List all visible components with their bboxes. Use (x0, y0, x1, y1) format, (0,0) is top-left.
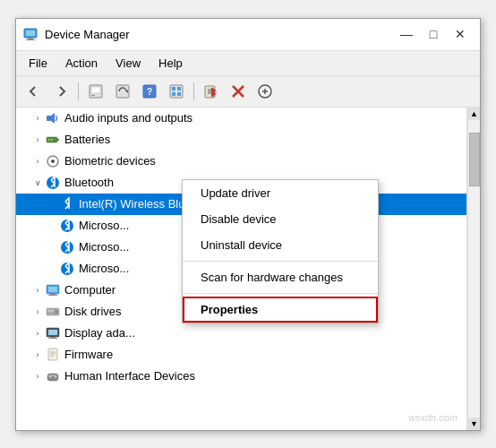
svg-rect-43 (47, 310, 54, 312)
expand-icon: ∨ (30, 178, 45, 187)
hid-label: Human Interface Devices (64, 369, 195, 383)
menu-help[interactable]: Help (150, 53, 192, 73)
computer-label: Computer (64, 283, 115, 297)
ctx-disable-device[interactable]: Disable device (183, 206, 378, 232)
menu-action[interactable]: Action (56, 53, 107, 73)
watermark: wsxdn.com (408, 412, 458, 423)
svg-rect-1 (26, 30, 35, 36)
window-title: Device Manager (45, 28, 394, 41)
svg-point-42 (55, 310, 58, 314)
svg-point-31 (52, 160, 54, 162)
svg-rect-48 (48, 349, 57, 360)
toolbar: ? (16, 76, 480, 108)
bluetooth-icon (45, 175, 61, 191)
ms3-icon (59, 261, 75, 277)
minimize-button[interactable]: — (394, 23, 419, 45)
menu-view[interactable]: View (107, 53, 150, 73)
expand-icon: › (30, 157, 45, 166)
hid-icon (45, 368, 61, 384)
scrollbar[interactable]: ▲ ▼ (467, 108, 480, 430)
expand-icon: › (30, 307, 45, 316)
help-button[interactable]: ? (137, 80, 162, 103)
tree-item-firmware[interactable]: › Firmware (16, 344, 466, 366)
ms1-icon (59, 218, 75, 234)
computer-icon (45, 282, 61, 298)
scrollbar-up[interactable]: ▲ (468, 108, 480, 120)
refresh-button[interactable] (110, 80, 135, 103)
svg-rect-5 (91, 87, 100, 93)
intel-bt-icon (59, 196, 75, 212)
window-icon (23, 27, 38, 41)
toolbar-separator-2 (193, 82, 194, 100)
svg-rect-3 (26, 39, 35, 40)
batteries-label: Batteries (64, 133, 110, 146)
ctx-separator-1 (183, 261, 378, 262)
expand-icon: › (30, 329, 45, 338)
biometric-icon (45, 153, 61, 169)
scrollbar-down[interactable]: ▼ (468, 418, 480, 430)
ms1-label: Microso... (79, 219, 129, 232)
device-tree[interactable]: › Audio inputs and outputs › (16, 108, 467, 430)
ms2-label: Microso... (79, 240, 129, 254)
svg-rect-24 (47, 116, 51, 121)
ctx-uninstall-device[interactable]: Uninstall device (183, 232, 378, 258)
expand-icon: › (30, 372, 45, 381)
ctx-scan-hardware[interactable]: Scan for hardware changes (183, 264, 378, 290)
svg-point-53 (49, 375, 52, 377)
toolbar-separator-1 (78, 82, 79, 100)
expand-icon: › (30, 135, 45, 144)
audio-icon (45, 110, 61, 126)
maximize-button[interactable]: □ (421, 23, 446, 45)
svg-rect-47 (48, 338, 57, 339)
tree-item-display[interactable]: › Display ada... (16, 323, 466, 344)
view-button[interactable] (164, 80, 189, 103)
tree-item-batteries[interactable]: › Batteries (16, 129, 466, 151)
ctx-properties[interactable]: Properties (183, 297, 378, 323)
svg-text:?: ? (147, 87, 152, 97)
svg-rect-12 (172, 87, 175, 90)
svg-rect-14 (172, 92, 175, 96)
properties-toolbar-button[interactable] (83, 80, 108, 103)
svg-rect-28 (51, 139, 53, 141)
svg-rect-46 (50, 337, 56, 338)
tree-item-biometric[interactable]: › Biometric devices (16, 151, 466, 172)
svg-rect-13 (177, 87, 181, 90)
display-label: Display ada... (64, 326, 135, 340)
disk-icon (45, 304, 61, 320)
svg-point-55 (55, 375, 57, 377)
bluetooth-label: Bluetooth (64, 176, 114, 189)
svg-rect-2 (28, 38, 33, 39)
close-button[interactable]: ✕ (448, 23, 473, 45)
back-button[interactable] (21, 80, 47, 103)
expand-icon: › (30, 350, 45, 359)
tree-item-hid[interactable]: › Human Interface Devices (16, 366, 466, 387)
scan-button[interactable] (199, 80, 224, 103)
ms3-label: Microso... (79, 262, 129, 275)
svg-rect-40 (48, 295, 57, 296)
menu-file[interactable]: File (20, 53, 56, 73)
ms2-icon (59, 239, 75, 255)
window-controls: — □ ✕ (394, 23, 473, 45)
add-button[interactable] (252, 80, 278, 103)
display-icon (45, 325, 61, 341)
ctx-separator-2 (183, 293, 378, 294)
context-menu: Update driver Disable device Uninstall d… (182, 179, 379, 323)
forward-button[interactable] (48, 80, 73, 103)
menu-bar: File Action View Help (16, 51, 480, 76)
firmware-label: Firmware (64, 348, 113, 361)
ctx-update-driver[interactable]: Update driver (183, 180, 378, 206)
firmware-icon (45, 347, 61, 363)
svg-point-54 (52, 375, 54, 376)
audio-label: Audio inputs and outputs (64, 111, 192, 125)
expand-icon: › (30, 286, 45, 295)
expand-icon: › (30, 114, 45, 123)
tree-item-audio[interactable]: › Audio inputs and outputs (16, 108, 466, 129)
disk-label: Disk drives (64, 305, 122, 318)
delete-button[interactable] (226, 80, 251, 103)
svg-rect-26 (57, 139, 59, 141)
device-manager-window: Device Manager — □ ✕ File Action View He… (15, 18, 481, 431)
svg-rect-15 (177, 92, 181, 96)
svg-rect-39 (50, 294, 56, 295)
scrollbar-thumb[interactable] (469, 133, 480, 186)
title-bar: Device Manager — □ ✕ (16, 19, 480, 51)
